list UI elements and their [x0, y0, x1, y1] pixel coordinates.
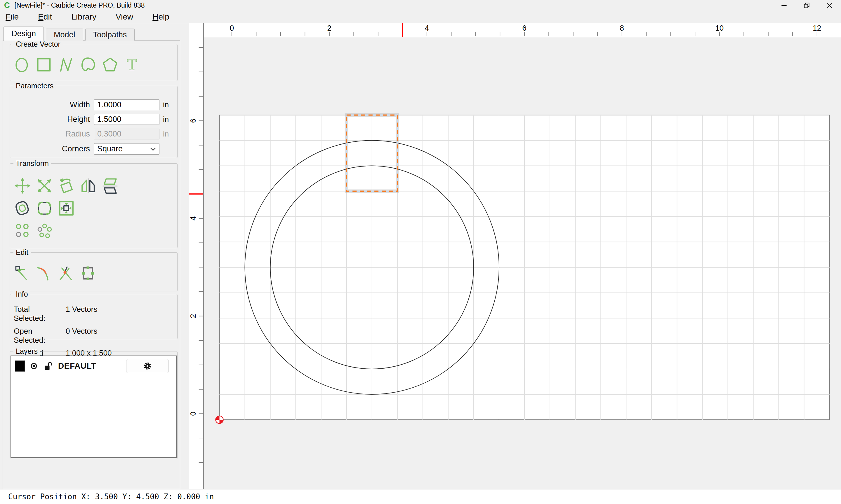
layer-settings-button[interactable] — [126, 359, 169, 373]
width-unit: in — [159, 100, 177, 109]
minimize-button[interactable] — [773, 0, 795, 11]
mirror-vertical-tool[interactable] — [101, 177, 119, 195]
tab-model[interactable]: Model — [46, 29, 83, 40]
edit-group: Edit — [10, 252, 177, 291]
circular-array-tool[interactable] — [35, 221, 53, 240]
close-button[interactable] — [818, 0, 841, 11]
app-window: C [NewFile]* - Carbide Create PRO, Build… — [0, 0, 841, 504]
polyline-tool-icon — [58, 56, 75, 73]
info-group: Info Total Selected:1 VectorsOpen Select… — [10, 294, 177, 339]
h-ruler-label: 12 — [813, 24, 821, 32]
height-field[interactable] — [94, 114, 159, 125]
curve-tool[interactable] — [79, 55, 97, 74]
h-ruler-label: 8 — [620, 24, 624, 32]
design-canvas[interactable] — [204, 37, 841, 489]
corners-select[interactable]: Square — [94, 143, 159, 155]
offset-vectors-tool-icon — [14, 200, 31, 217]
rotate-tool-icon — [58, 177, 75, 194]
node-edit-tool-icon — [14, 265, 31, 282]
menu-view[interactable]: View — [106, 11, 143, 23]
chevron-down-icon — [150, 147, 156, 151]
move-tool[interactable] — [14, 177, 32, 195]
fillet-corners-tool[interactable] — [35, 199, 53, 218]
trim-vectors-tool-icon — [36, 265, 53, 282]
close-icon — [826, 2, 834, 9]
v-ruler-label: 0 — [189, 412, 198, 416]
cursor-position-text: Cursor Position X: 3.500 Y: 4.500 Z: 0.0… — [8, 492, 214, 501]
rotate-tool[interactable] — [57, 177, 75, 195]
h-ruler-cursor-marker — [402, 23, 403, 37]
menu-library[interactable]: Library — [62, 11, 106, 23]
origin-marker — [216, 416, 223, 424]
h-ruler-label: 10 — [715, 24, 724, 32]
layer-unlock-icon[interactable] — [43, 360, 54, 372]
tab-toolpaths[interactable]: Toolpaths — [85, 29, 135, 40]
window-title: [NewFile]* - Carbide Create PRO, Build 8… — [15, 1, 145, 9]
circle-tool-icon — [14, 56, 31, 73]
linear-array-tool[interactable] — [14, 221, 32, 240]
inner-offset-tool-icon — [58, 200, 75, 217]
edit-title: Edit — [14, 248, 31, 257]
menu-edit[interactable]: Edit — [28, 11, 62, 23]
info-title: Info — [14, 290, 30, 299]
gear-icon — [142, 360, 153, 372]
corners-label: Corners — [10, 144, 94, 154]
join-vectors-tool[interactable] — [57, 264, 75, 283]
window-controls — [773, 0, 841, 11]
vertical-ruler: 6420 — [189, 37, 204, 489]
scale-tool[interactable] — [35, 177, 53, 195]
polyline-tool[interactable] — [57, 55, 75, 74]
mirror-horizontal-tool[interactable] — [79, 177, 97, 195]
width-field[interactable] — [94, 100, 159, 110]
h-ruler-label: 4 — [425, 24, 429, 32]
move-tool-icon — [14, 177, 31, 194]
menu-file[interactable]: File — [0, 11, 28, 23]
mirror-horizontal-tool-icon — [80, 177, 97, 194]
edit-tools — [10, 253, 177, 283]
node-edit-tool[interactable] — [14, 264, 32, 283]
rectangle-tool-icon — [36, 56, 53, 73]
inner-offset-tool[interactable] — [57, 199, 75, 218]
v-ruler-label: 4 — [189, 216, 198, 220]
corners-value: Square — [97, 144, 123, 154]
h-ruler-label: 6 — [522, 24, 527, 32]
fillet-corners-tool-icon — [36, 200, 53, 217]
join-vectors-tool-icon — [58, 265, 75, 282]
v-ruler-label: 2 — [189, 314, 198, 318]
layers-group: Layers DEFAULT — [10, 351, 177, 459]
layer-name: DEFAULT — [58, 361, 96, 371]
horizontal-ruler: 024681012 — [204, 23, 841, 37]
height-label: Height — [10, 115, 94, 124]
restore-icon — [803, 2, 811, 9]
tab-design[interactable]: Design — [3, 26, 44, 40]
info-row: Total Selected:1 Vectors — [14, 305, 177, 323]
scale-tool-icon — [36, 177, 53, 194]
layer-visible-icon[interactable] — [28, 360, 39, 372]
info-row: Open Selected:0 Vectors — [14, 327, 177, 345]
v-ruler-label: 6 — [189, 119, 198, 123]
transform-tool-row — [10, 221, 177, 240]
layer-row[interactable]: DEFAULT — [11, 356, 176, 374]
text-tool[interactable] — [123, 55, 141, 74]
transform-tool-row — [10, 199, 177, 218]
status-bar: Cursor Position X: 3.500 Y: 4.500 Z: 0.0… — [0, 489, 841, 504]
layers-title: Layers — [14, 347, 40, 356]
create-vector-tools — [10, 44, 177, 74]
radius-field[interactable] — [94, 129, 159, 140]
polygon-tool[interactable] — [101, 55, 119, 74]
title-bar: C [NewFile]* - Carbide Create PRO, Build… — [0, 0, 841, 11]
menu-help[interactable]: Help — [143, 11, 179, 23]
boolean-tool-icon — [80, 265, 97, 282]
boolean-tool[interactable] — [79, 264, 97, 283]
trim-vectors-tool[interactable] — [35, 264, 53, 283]
offset-vectors-tool[interactable] — [14, 199, 32, 218]
tab-bar: DesignModelToolpaths — [3, 26, 135, 40]
info-label: Total Selected: — [14, 305, 62, 323]
layer-color-swatch[interactable] — [15, 360, 25, 372]
circle-tool[interactable] — [14, 55, 32, 74]
rectangle-tool[interactable] — [35, 55, 53, 74]
transform-group: Transform — [10, 163, 177, 248]
restore-button[interactable] — [795, 0, 818, 11]
v-ruler-cursor-marker — [189, 193, 203, 195]
height-unit: in — [159, 115, 177, 124]
